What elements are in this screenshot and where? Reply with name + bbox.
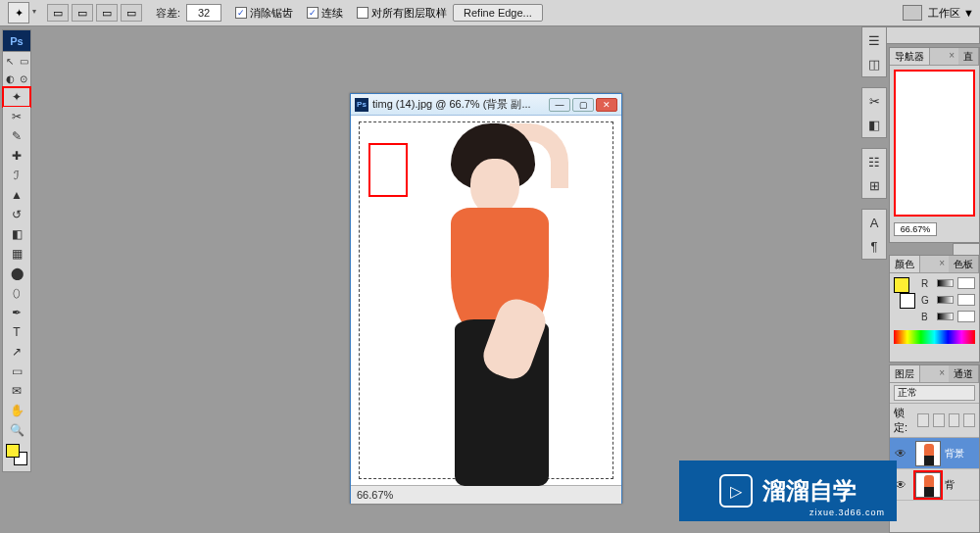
tolerance-input[interactable]: 32 [186,4,221,22]
tolerance-label: 容差: [156,6,180,21]
selection-intersect-button[interactable]: ▭ [121,4,142,22]
gradient-tool[interactable]: ▦ [3,244,30,264]
character-icon[interactable]: A [865,214,883,231]
contiguous-option[interactable]: ✓ 连续 [307,6,343,21]
close-button[interactable]: ✕ [596,98,617,112]
selection-mode-cluster: ▭ ▭ ▭ ▭ [47,4,142,22]
tab-histogram[interactable]: 直 [958,48,979,65]
magic-wand-tool[interactable]: ✦ [3,87,30,107]
wand-icon: ✦ [15,7,24,20]
zoom-level[interactable]: 66.67% [357,489,393,501]
healing-tool[interactable]: ✚ [3,146,30,166]
eyedropper-tool[interactable]: ✎ [3,126,30,146]
document-statusbar: 66.67% [351,485,621,504]
tab-color[interactable]: 颜色 [890,256,920,272]
layer-row[interactable]: 👁 背景 [890,438,979,469]
ps-file-icon: Ps [355,98,368,112]
document-title: timg (14).jpg @ 66.7% (背景 副... [372,97,545,112]
quick-select-tool[interactable]: ⊙ [17,70,30,87]
watermark-url: zixue.3d66.com [809,508,885,517]
color-spectrum[interactable] [894,330,975,344]
stamp-tool[interactable]: ▲ [3,185,30,205]
type-tool[interactable]: T [3,322,30,342]
layer-name[interactable]: 背 [945,478,955,492]
b-value[interactable] [957,311,975,322]
panel-close-icon[interactable]: × [935,256,949,272]
shape-tool[interactable]: ▭ [3,362,30,381]
r-slider[interactable] [937,279,954,287]
crop-tool[interactable]: ✂ [3,107,30,126]
foreground-swatch[interactable] [894,277,909,293]
adjustments-icon[interactable]: ✂ [865,92,883,110]
annotation-box [368,143,408,197]
navigator-preview[interactable] [894,70,975,217]
layer-thumbnail[interactable] [915,441,941,466]
marquee-tool[interactable]: ▭ [17,52,30,70]
move-tool[interactable]: ↖ [3,52,17,70]
selection-add-button[interactable]: ▭ [72,4,93,22]
pen-tool[interactable]: ✒ [3,303,30,322]
ps-logo: Ps [3,30,30,52]
masks-icon[interactable]: ◧ [865,116,883,133]
g-slider[interactable] [937,296,954,304]
navigator-zoom-value[interactable]: 66.67% [894,222,937,236]
blur-tool[interactable]: ⬤ [3,264,30,283]
g-label: G [921,295,933,306]
layer-row[interactable]: 👁 背 [890,469,979,501]
background-swatch[interactable] [900,293,915,309]
r-value[interactable] [957,277,975,289]
lock-pixels-icon[interactable] [933,413,945,427]
tab-navigator[interactable]: 导航器 [890,48,930,65]
lock-position-icon[interactable] [949,413,960,427]
visibility-icon[interactable]: 👁 [890,447,911,460]
refine-edge-button[interactable]: Refine Edge... [453,4,543,22]
layer-thumbnail[interactable] [915,472,941,498]
sample-all-layers-option[interactable]: 对所有图层取样 [357,6,447,21]
color-swatches[interactable] [6,444,27,465]
lasso-tool[interactable]: ◐ [3,70,17,87]
clone-icon[interactable]: ⊞ [865,176,883,194]
foreground-color[interactable] [6,444,20,458]
workspace-label[interactable]: 工作区 ▼ [928,6,974,21]
panel-close-icon[interactable]: × [935,365,949,382]
maximize-button[interactable]: ▢ [572,98,594,112]
blend-mode-select[interactable]: 正常 [894,385,975,401]
watermark-brand: 溜溜自学 [762,475,857,507]
tool-preset-picker[interactable]: ✦ [8,2,29,24]
g-value[interactable] [957,294,975,306]
screen-mode-icon[interactable] [903,5,922,21]
lock-transparency-icon[interactable] [917,413,929,427]
tab-layers[interactable]: 图层 [890,365,920,382]
layers-icon[interactable]: ☰ [865,31,883,49]
lock-label: 锁定: [894,406,913,435]
canvas[interactable] [351,116,621,485]
contiguous-label: 连续 [321,6,343,21]
notes-tool[interactable]: ✉ [3,381,30,401]
history-brush-tool[interactable]: ↺ [3,205,30,224]
color-swatch-pair[interactable] [894,277,915,309]
eraser-tool[interactable]: ◧ [3,224,30,244]
watermark: ▷ 溜溜自学 zixue.3d66.com [679,460,897,521]
minimize-button[interactable]: — [549,98,570,112]
selection-new-button[interactable]: ▭ [47,4,69,22]
paragraph-icon[interactable]: ¶ [865,237,883,255]
lock-all-icon[interactable] [963,413,975,427]
path-select-tool[interactable]: ↗ [3,342,30,362]
layer-name[interactable]: 背景 [945,447,964,460]
antialias-option[interactable]: ✓ 消除锯齿 [235,6,293,21]
channels-icon[interactable]: ◫ [865,55,883,73]
b-slider[interactable] [937,313,954,320]
dodge-tool[interactable]: ⬯ [3,283,30,303]
b-label: B [921,312,933,322]
hand-tool[interactable]: ✋ [3,401,30,420]
brushes-icon[interactable]: ☷ [865,153,883,170]
checkbox-checked-icon: ✓ [307,7,318,19]
panel-close-icon[interactable]: × [945,48,958,65]
brush-tool[interactable]: ℐ [3,166,30,185]
layers-panel: 图层 × 通道 正常 锁定: 👁 背景 👁 背 [889,364,980,533]
zoom-tool[interactable]: 🔍 [3,420,30,440]
selection-subtract-button[interactable]: ▭ [96,4,118,22]
tab-swatches[interactable]: 色板 [949,256,979,272]
document-titlebar[interactable]: Ps timg (14).jpg @ 66.7% (背景 副... — ▢ ✕ [351,94,621,116]
tab-channels[interactable]: 通道 [949,365,979,382]
